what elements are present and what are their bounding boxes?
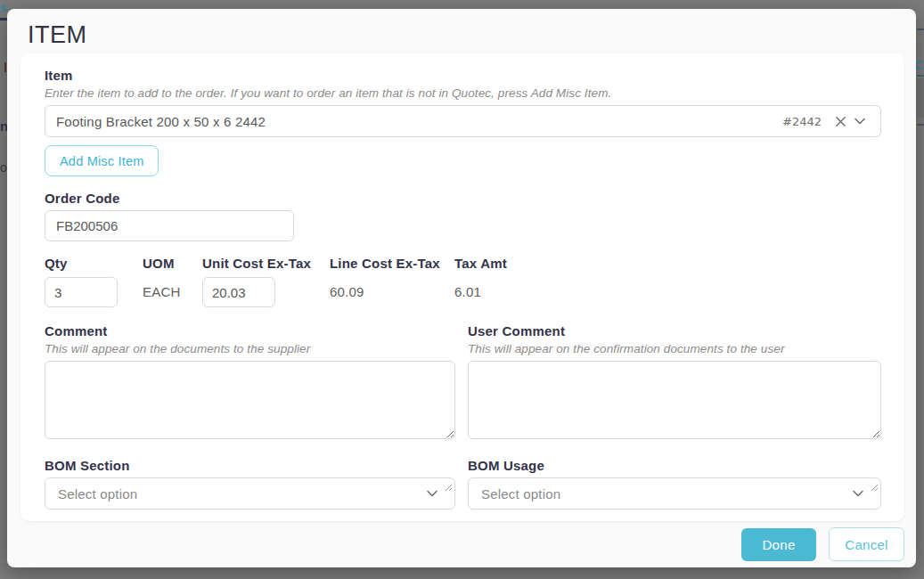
line-cost-row: Qty UOM EACH Unit Cost Ex-Tax Line Cost … xyxy=(45,256,880,307)
unit-cost-input[interactable] xyxy=(202,277,275,307)
bom-section-select[interactable]: Select option xyxy=(45,477,455,510)
uom-label: UOM xyxy=(143,256,202,272)
comment-label: Comment xyxy=(45,323,455,339)
user-comment-textarea[interactable] xyxy=(468,361,881,439)
uom-value: EACH xyxy=(143,284,180,299)
item-form-card: Item Enter the item to add to the order.… xyxy=(20,53,904,521)
chevron-down-icon xyxy=(422,484,442,503)
order-code-input[interactable] xyxy=(45,210,294,241)
qty-label: Qty xyxy=(45,256,143,272)
add-misc-item-button[interactable]: Add Misc Item xyxy=(45,145,159,176)
bom-section-label: BOM Section xyxy=(45,458,455,474)
user-comment-label: User Comment xyxy=(468,323,881,339)
item-helper-text: Enter the item to add to the order. If y… xyxy=(45,86,880,102)
comment-textarea[interactable] xyxy=(45,361,455,439)
bom-usage-label: BOM Usage xyxy=(468,458,881,474)
tax-amt-value: 6.01 xyxy=(454,284,481,299)
user-comment-helper-text: This will appear on the confirmation doc… xyxy=(468,341,881,357)
background-line-fragment xyxy=(917,124,924,126)
bom-usage-select[interactable]: Select option xyxy=(468,477,881,510)
line-cost-value: 60.09 xyxy=(330,284,364,299)
background-line-fragment xyxy=(0,18,7,20)
chevron-down-icon[interactable] xyxy=(850,111,870,131)
background-row-fragment xyxy=(916,78,924,118)
unit-cost-label: Unit Cost Ex-Tax xyxy=(202,256,330,272)
bom-usage-placeholder: Select option xyxy=(481,486,848,502)
chevron-down-icon xyxy=(848,484,868,503)
background-line-fragment xyxy=(4,62,6,72)
item-ref-number: #2442 xyxy=(782,115,822,128)
line-cost-label: Line Cost Ex-Tax xyxy=(330,256,454,272)
qty-input[interactable] xyxy=(45,277,118,307)
cancel-button[interactable]: Cancel xyxy=(829,527,904,561)
modal-footer: Done Cancel xyxy=(7,521,916,567)
background-line-fragment xyxy=(917,29,924,30)
item-modal: ITEM Item Enter the item to add to the o… xyxy=(7,9,916,567)
clear-icon[interactable] xyxy=(830,111,850,131)
bom-section-placeholder: Select option xyxy=(58,486,422,502)
background-text-fragment: s xyxy=(0,1,6,14)
tax-amt-label: Tax Amt xyxy=(454,256,880,272)
item-label: Item xyxy=(45,68,880,84)
modal-title: ITEM xyxy=(7,9,916,49)
done-button[interactable]: Done xyxy=(741,528,816,561)
comment-helper-text: This will appear on the documents to the… xyxy=(45,341,455,357)
item-select-value: Footing Bracket 200 x 50 x 6 2442 xyxy=(56,114,782,129)
background-line-fragment xyxy=(917,75,924,77)
order-code-label: Order Code xyxy=(45,191,880,207)
item-select[interactable]: Footing Bracket 200 x 50 x 6 2442 #2442 xyxy=(45,105,881,137)
